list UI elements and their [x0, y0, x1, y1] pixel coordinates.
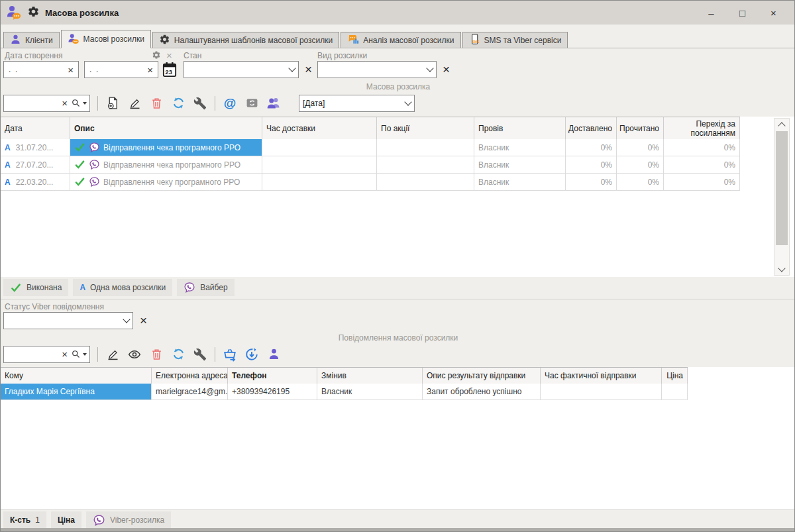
sync-statuses-button[interactable] — [244, 347, 259, 362]
done-check-icon — [74, 177, 85, 187]
tab-template-settings[interactable]: Налаштування шаблонів масової розсилки — [152, 32, 339, 48]
search-icon[interactable] — [71, 349, 81, 359]
scrollbar-thumb[interactable] — [776, 131, 788, 245]
basket-export-button[interactable] — [223, 347, 237, 362]
minimize-button[interactable]: – — [696, 1, 727, 25]
search-options-caret-icon[interactable] — [83, 102, 87, 105]
service-tools-button[interactable] — [193, 347, 207, 362]
new-document-icon — [106, 96, 120, 110]
search-input[interactable] — [7, 98, 58, 109]
date-from-field[interactable]: × — [3, 61, 79, 78]
vertical-scrollbar[interactable] — [774, 118, 790, 276]
recipients-button[interactable] — [266, 96, 281, 111]
filter-settings-gear-icon[interactable] — [152, 50, 161, 62]
col-changed-by[interactable]: Змінив — [317, 368, 423, 384]
clear-icon[interactable]: × — [60, 98, 69, 108]
refresh-messages-button[interactable] — [171, 347, 186, 362]
date-to-input[interactable] — [88, 64, 143, 75]
close-button[interactable]: × — [758, 1, 789, 25]
pencil-icon — [106, 347, 120, 361]
viber-icon — [89, 142, 100, 153]
col-sent-time[interactable]: Час фактичної відправки — [541, 368, 662, 384]
search-options-caret-icon[interactable] — [83, 353, 87, 356]
viber-status-clear-button[interactable]: × — [138, 314, 148, 327]
price-chip: Ціна — [51, 511, 81, 529]
tab-label: Аналіз масової розсилки — [363, 36, 454, 45]
mailing-kind-clear-button[interactable]: × — [441, 63, 451, 76]
chevron-down-icon — [778, 264, 785, 272]
message-row[interactable]: Гладких Марія Сергіївна marielgrace14@gm… — [1, 384, 688, 400]
col-email[interactable]: Електронна адреса — [152, 368, 228, 384]
calendar-icon[interactable]: 23 — [162, 62, 177, 80]
state-label: Стан — [184, 51, 201, 60]
clear-icon[interactable]: × — [146, 65, 154, 75]
person-chat-icon — [68, 32, 80, 46]
service-tools-button[interactable] — [193, 96, 207, 111]
one-language-flag: А — [5, 178, 11, 187]
maximize-button[interactable]: □ — [727, 1, 758, 25]
sort-combobox[interactable]: [Дата] — [299, 95, 415, 112]
tab-analysis[interactable]: Аналіз масової розсилки — [341, 32, 460, 48]
scroll-up-button[interactable] — [774, 119, 789, 130]
tab-clients[interactable]: Клієнти — [3, 32, 60, 48]
mailing-row[interactable]: А31.07.20... Відправлення чека програмно… — [1, 139, 740, 156]
state-combobox[interactable] — [184, 61, 299, 78]
edit-mailing-button[interactable] — [127, 96, 142, 111]
col-conducted-by[interactable]: Провів — [474, 117, 566, 140]
refresh-icon — [172, 347, 186, 361]
col-date[interactable]: Дата — [1, 117, 70, 140]
viber-status-label: Статус Viber повідомлення — [5, 302, 104, 311]
toolbar-separator — [97, 347, 98, 362]
responsible-person-button[interactable] — [266, 347, 281, 362]
person-icon — [10, 34, 21, 47]
delete-message-button[interactable] — [149, 347, 164, 362]
col-to[interactable]: Кому — [1, 368, 152, 384]
mailing-kind-label: Вид розсилки — [317, 51, 367, 60]
clear-icon[interactable]: × — [66, 65, 75, 75]
date-filter-clear-icon[interactable]: × — [166, 50, 172, 61]
refresh-icon — [172, 96, 186, 110]
date-to-field[interactable]: × — [84, 61, 158, 78]
refresh-mailings-button[interactable] — [171, 96, 186, 111]
basket-icon — [223, 347, 237, 362]
mailing-search-field[interactable]: × — [3, 95, 90, 112]
tab-bar: Клієнти Масові розсилки Налаштування шаб… — [3, 30, 568, 48]
messages-search-field[interactable]: × — [3, 346, 90, 363]
state-clear-button[interactable]: × — [303, 63, 313, 76]
col-read[interactable]: Прочитано — [617, 117, 664, 140]
col-price[interactable]: Ціна — [662, 368, 688, 384]
description-cell[interactable]: Відправлення чеку програмного РРО — [70, 174, 262, 191]
description-cell-selected[interactable]: Відправлення чека програмного РРО — [70, 139, 262, 156]
mailing-row[interactable]: А22.03.20... Відправлення чеку програмно… — [1, 174, 740, 191]
viber-status-combobox[interactable] — [3, 312, 133, 329]
window-bottom-edge — [1, 528, 794, 531]
mailing-row[interactable]: А27.07.20... Відправлення чека програмно… — [1, 156, 740, 174]
mailing-kind-combobox[interactable] — [317, 61, 437, 78]
add-mailing-button[interactable] — [105, 96, 120, 111]
col-promo[interactable]: По акції — [377, 117, 474, 140]
edit-message-button[interactable] — [105, 347, 120, 362]
scroll-down-button[interactable] — [774, 264, 789, 275]
col-result[interactable]: Опис результату відправки — [423, 368, 541, 384]
col-delivery-time[interactable]: Час доставки — [262, 117, 377, 140]
col-phone[interactable]: Телефон — [228, 368, 317, 384]
window-title: Масова розсилка — [45, 8, 119, 18]
col-delivered[interactable]: Доставлено — [566, 117, 617, 140]
col-description[interactable]: Опис — [70, 117, 262, 140]
email-mailing-button[interactable]: @ — [223, 96, 237, 111]
at-icon: @ — [224, 97, 237, 109]
chevron-down-icon — [404, 98, 411, 105]
col-link-follow[interactable]: Перехід за посиланням — [664, 117, 740, 140]
delete-mailing-button[interactable] — [149, 96, 164, 111]
update-statuses-button[interactable] — [244, 96, 259, 111]
pencil-icon — [128, 96, 142, 110]
view-message-button[interactable] — [127, 347, 142, 362]
search-icon[interactable] — [71, 98, 81, 108]
clear-icon[interactable]: × — [60, 349, 69, 359]
tab-mass-mailings[interactable]: Масові розсилки — [61, 30, 151, 48]
tab-sms-viber-services[interactable]: SMS SMS та Viber сервіси — [462, 32, 568, 48]
date-from-input[interactable] — [7, 64, 64, 75]
description-cell[interactable]: Відправлення чека програмного РРО — [70, 156, 262, 174]
search-input[interactable] — [7, 349, 58, 360]
to-cell-selected[interactable]: Гладких Марія Сергіївна — [1, 384, 152, 400]
